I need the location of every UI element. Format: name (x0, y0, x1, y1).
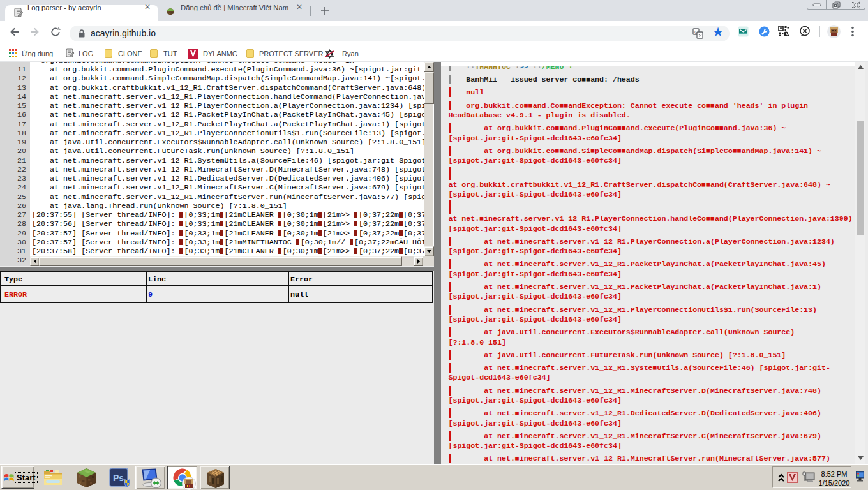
svg-text:Ps: Ps (113, 473, 124, 483)
